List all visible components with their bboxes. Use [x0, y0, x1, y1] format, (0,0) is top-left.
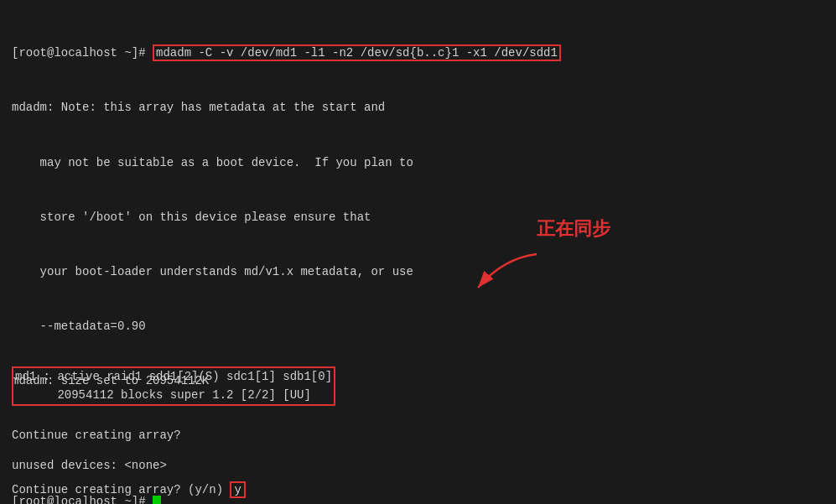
line-note2: may not be suitable as a boot device. If… [12, 154, 824, 173]
line-note5: --metadata=0.90 [12, 318, 824, 336]
prompt-1: [root@localhost ~]# [12, 46, 153, 60]
line-note1: mdadm: Note: this array has metadata at … [12, 99, 824, 117]
line-note4: your boot-loader understands md/v1.x met… [12, 263, 824, 282]
sync-arrow [470, 250, 545, 300]
cursor [153, 496, 161, 504]
command-box-1: mdadm -C -v /dev/md1 -l1 -n2 /dev/sd{b..… [153, 44, 561, 61]
answer-y: y [230, 481, 245, 498]
md1-block-text: md1 : active raid1 sdd1[2](S) sdc1[1] sd… [13, 368, 334, 387]
final-prompt-text: [root@localhost ~]# [12, 495, 153, 504]
line-note3: store '/boot' on this device please ensu… [12, 209, 824, 227]
line-final-prompt: [root@localhost ~]# [12, 493, 167, 504]
line-cmd1: [root@localhost ~]# mdadm -C -v /dev/md1… [12, 44, 824, 63]
line-unused2: unused devices: <none> [12, 457, 167, 475]
chinese-sync-label: 正在同步 [537, 216, 610, 242]
md1-block-box: md1 : active raid1 sdd1[2](S) sdc1[1] sd… [12, 366, 335, 406]
remaining-lines: unused devices: <none> [root@localhost ~… [12, 403, 167, 504]
line-blank2 [12, 421, 167, 439]
